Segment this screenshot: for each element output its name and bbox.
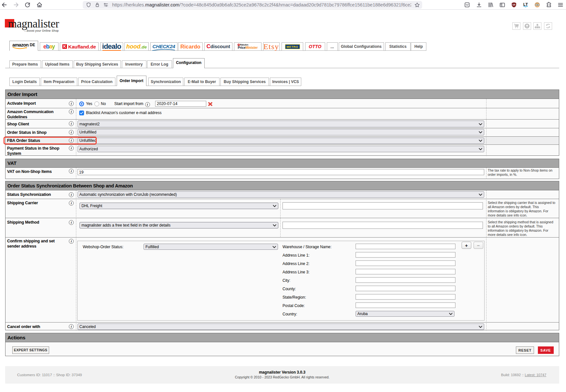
svg-text:U0: U0 <box>513 4 516 6</box>
